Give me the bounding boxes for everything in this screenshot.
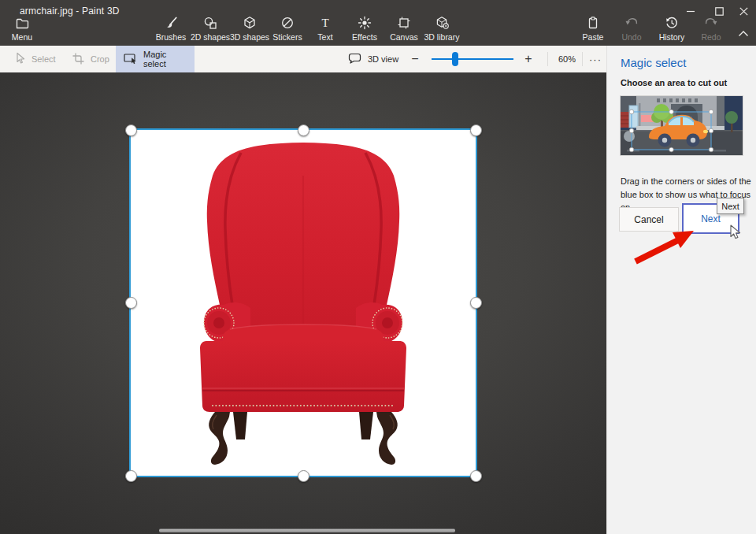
context-toolbar: Select Crop Magic select 3D view − + 60% [0, 46, 606, 72]
next-button-tooltip: Next [717, 198, 744, 214]
crop-icon [72, 53, 84, 66]
selection-handle-right-middle[interactable] [470, 297, 482, 309]
ribbon-tool-2d-shapes[interactable]: 2D shapes [190, 16, 231, 44]
panel-subtitle: Choose an area to cut out [621, 78, 727, 87]
toolbar-separator [582, 52, 583, 66]
ribbon-action-undo[interactable]: Undo [611, 16, 652, 44]
mouse-cursor-icon [730, 224, 741, 243]
selection-handle-bottom-middle[interactable] [298, 470, 309, 482]
plus-icon: + [524, 52, 532, 66]
ribbon-action-history[interactable]: History [651, 16, 692, 44]
more-options-button[interactable]: ··· [584, 46, 606, 72]
street-scene-preview [621, 96, 743, 155]
ribbon-tool-brushes[interactable]: Brushes [150, 16, 191, 44]
paint3d-window: armchair.jpg - Paint 3D Menu [0, 0, 756, 534]
zoom-in-button[interactable]: + [520, 46, 537, 72]
text-icon: T [318, 16, 332, 30]
magic-select-panel: Magic select Choose an area to cut out [606, 46, 756, 534]
2d-shapes-icon [203, 16, 217, 30]
panel-title: Magic select [621, 56, 686, 69]
select-cursor-icon [14, 52, 25, 66]
close-icon [739, 7, 748, 16]
zoom-level-value[interactable]: 60% [551, 46, 583, 72]
minus-icon: − [411, 52, 418, 66]
ribbon-tool-3d-library[interactable]: 3D library [417, 16, 467, 44]
ribbon-action-redo[interactable]: Redo [691, 16, 732, 44]
svg-text:T: T [321, 17, 328, 29]
zoom-slider-thumb[interactable] [452, 52, 458, 66]
3d-view-icon [348, 53, 361, 65]
armchair-image [131, 130, 476, 476]
stickers-icon [280, 16, 295, 30]
brush-icon [164, 16, 178, 30]
chevron-up-icon [738, 26, 749, 40]
ribbon-action-paste[interactable]: Paste [573, 16, 613, 44]
paste-icon [586, 16, 600, 30]
selection-handle-top-left[interactable] [125, 124, 137, 136]
image-canvas[interactable] [131, 130, 476, 476]
magic-select-icon [124, 53, 137, 66]
close-button[interactable] [730, 0, 756, 22]
collapse-ribbon-button[interactable] [734, 25, 753, 41]
ribbon-tool-effects[interactable]: Effects [344, 16, 385, 44]
maximize-icon [715, 7, 724, 16]
selection-handle-top-right[interactable] [470, 124, 482, 136]
history-icon [665, 16, 679, 30]
window-title: armchair.jpg - Paint 3D [20, 6, 120, 17]
3d-view-button[interactable]: 3D view [340, 46, 406, 72]
select-tool-button[interactable]: Select [6, 46, 64, 72]
selection-handle-top-middle[interactable] [298, 124, 309, 136]
canvas-workspace[interactable] [0, 72, 606, 534]
folder-icon [15, 16, 30, 30]
menu-label: Menu [12, 32, 32, 42]
cancel-button[interactable]: Cancel [619, 207, 679, 232]
crop-tool-button[interactable]: Crop [65, 46, 117, 72]
zoom-out-button[interactable]: − [406, 46, 424, 72]
menu-button[interactable]: Menu [6, 16, 38, 44]
selection-handle-left-middle[interactable] [125, 297, 137, 309]
zoom-slider-track[interactable] [432, 58, 513, 60]
ribbon-tool-3d-shapes[interactable]: 3D shapes [229, 16, 270, 44]
cutout-preview-thumbnail [621, 96, 743, 155]
minimize-icon [687, 7, 695, 16]
canvas-icon [397, 16, 411, 30]
ribbon-tool-stickers[interactable]: Stickers [267, 16, 308, 44]
selection-handle-bottom-left[interactable] [125, 470, 137, 482]
effects-icon [358, 16, 372, 30]
ribbon-toolbar: Menu Brushes 2D shapes 3D shapes Sticker [0, 22, 756, 46]
3d-shapes-icon [243, 16, 257, 30]
ribbon-tool-text[interactable]: T Text [305, 16, 346, 44]
selection-handle-bottom-right[interactable] [470, 470, 482, 482]
undo-icon [624, 16, 639, 30]
magic-select-tool-button[interactable]: Magic select [116, 46, 195, 72]
horizontal-scrollbar[interactable] [159, 528, 455, 532]
3d-library-icon [435, 16, 450, 30]
toolbar-separator [547, 52, 548, 66]
redo-icon [704, 16, 718, 30]
